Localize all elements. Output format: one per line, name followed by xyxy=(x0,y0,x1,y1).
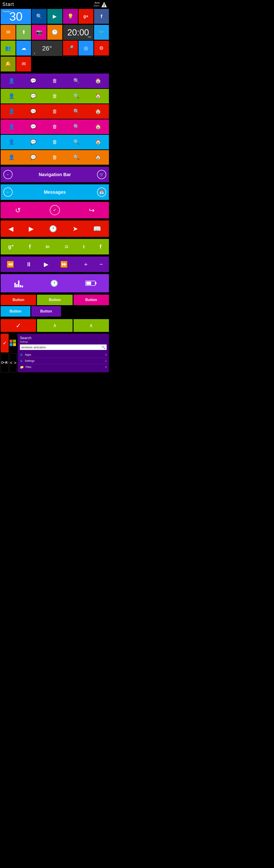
apps-label: Apps xyxy=(25,353,103,356)
pause-icon: ⏸ xyxy=(26,261,32,268)
tile-search[interactable]: 🔍 xyxy=(32,9,47,24)
files-label: Files xyxy=(26,366,103,369)
files-count: 0 xyxy=(105,366,106,368)
button-red[interactable]: Button xyxy=(1,294,36,305)
tile-grid: Tuesday 30 🔍 ▶ 💡 g+ f ✉ ⬆ 📷 🕐 20:00 PM 🐦… xyxy=(0,8,110,72)
apps-count: 0 xyxy=(105,353,106,356)
icon-tile-arrows[interactable]: < > xyxy=(9,353,17,373)
search-result-settings: ⚙ Settings 1 xyxy=(20,358,106,364)
trash-icon-purple: 🗑 xyxy=(44,78,66,84)
apps-icon: 🖥 xyxy=(20,353,23,356)
top-bar: Start Amit Jaipur xyxy=(0,0,110,8)
button-lime[interactable]: Button xyxy=(37,294,72,305)
book-icon: 📖 xyxy=(93,225,101,232)
check-circle-button[interactable]: ✓ xyxy=(50,205,60,215)
user-icon-purple: 👤 xyxy=(1,78,22,84)
icon-bar-purple: 👤 💬 🗑 🔍 🏠 xyxy=(1,73,109,88)
tile-temp[interactable]: 26° ☀ xyxy=(32,41,62,56)
play-icon: ▶ xyxy=(53,13,57,20)
tile-play[interactable]: ▶ xyxy=(47,9,62,24)
tile-people[interactable]: 👥 xyxy=(1,41,16,56)
time-icon: 🕐 xyxy=(49,225,57,232)
settings-label: Settings xyxy=(25,359,103,363)
tile-msg[interactable]: ✉ xyxy=(1,25,16,40)
search-result-apps: 🖥 Apps 0 xyxy=(20,352,106,358)
check-icon: ✓ xyxy=(53,208,56,213)
search-icon-red: 🔍 xyxy=(65,108,87,115)
chat-icon-lime: 💬 xyxy=(22,93,44,99)
icon-bar-cyan: 👤 💬 🗑 🔍 🏠 xyxy=(1,135,109,149)
search-icon: 🔍 xyxy=(36,13,42,20)
search-input-row[interactable]: windows actication 🔍 xyxy=(20,344,106,350)
social-bar: g⁺ f in ⊃ t f xyxy=(1,239,109,254)
icon-tile-windows[interactable] xyxy=(9,334,17,352)
tile-bell[interactable]: 🔔 xyxy=(1,57,16,71)
windows-logo-icon xyxy=(9,340,17,346)
icon-tile-camera3d[interactable]: ⟳👁 xyxy=(1,353,9,373)
send-icon: ➤ xyxy=(72,225,78,232)
nav-calendar-button[interactable]: 📅 xyxy=(97,188,106,197)
tile-email[interactable]: ✉ xyxy=(16,57,31,71)
tile-clock[interactable]: 🕐 xyxy=(47,25,62,40)
tile-calendar[interactable]: Tuesday 30 xyxy=(1,9,31,24)
icon-bar-orange: 👤 💬 🗑 🔍 🏠 xyxy=(1,150,109,165)
check-tile-lime2[interactable]: ∧ xyxy=(73,319,109,332)
tile-bulb[interactable]: 💡 xyxy=(63,9,78,24)
player-bar: ⏪ ⏸ ▶ ⏩ + − xyxy=(1,256,109,272)
facebook-social-icon: f xyxy=(29,244,31,250)
app-title: Start xyxy=(2,1,14,7)
user-logo-icon xyxy=(101,1,107,8)
rewind-icon: ⏪ xyxy=(7,261,14,268)
svg-point-2 xyxy=(104,6,104,7)
icon-bar-pink: 👤 💬 🗑 🔍 🏠 xyxy=(1,120,109,134)
tile-gplus[interactable]: g+ xyxy=(79,9,93,24)
chat-icon-pink: 💬 xyxy=(22,124,44,130)
home-icon-lime: 🏠 xyxy=(87,93,109,99)
tile-weather[interactable]: ☁ xyxy=(16,41,31,56)
tile-twitter[interactable]: 🐦 xyxy=(94,25,109,40)
user-info: Amit Jaipur xyxy=(93,1,107,8)
sun-icon: ☀ xyxy=(34,52,35,55)
tile-time[interactable]: 20:00 PM xyxy=(63,25,93,40)
svg-rect-6 xyxy=(13,343,16,346)
tile-upload[interactable]: ⬆ xyxy=(16,25,31,40)
tile-settings[interactable]: ⚙ xyxy=(94,41,109,56)
checkmark-icon2: ✓ xyxy=(3,340,7,346)
button-purple[interactable]: Button xyxy=(31,306,61,317)
button-cyan[interactable]: Button xyxy=(1,306,30,317)
bulb-icon: 💡 xyxy=(67,13,73,20)
tile-facebook[interactable]: f xyxy=(94,9,109,24)
mic-icon: 🎤 xyxy=(67,45,73,51)
nav-back-button-purple[interactable]: ← xyxy=(3,170,12,179)
nav-bar-title: Navigation Bar xyxy=(12,172,97,177)
check-tile-red2[interactable]: ✓ xyxy=(1,334,9,352)
search-panel: Search Settings windows actication 🔍 🖥 A… xyxy=(18,334,109,372)
refresh-icon: ↺ xyxy=(15,206,21,214)
search-input-icon: 🔍 xyxy=(101,345,105,349)
search-input[interactable]: windows actication xyxy=(21,346,101,349)
user-icon-pink: 👤 xyxy=(1,124,22,130)
button-pink[interactable]: Button xyxy=(73,294,109,305)
camera3d-icon: ⟳👁 xyxy=(1,360,8,365)
nav-bar-messages: ← Messages 📅 xyxy=(1,184,109,200)
icon-tiles-col2: < > xyxy=(9,334,17,372)
files-search-icon: 📁 xyxy=(20,365,24,369)
svg-rect-5 xyxy=(9,343,12,346)
share-icon: ↪ xyxy=(89,206,94,214)
nav-back-button-cyan[interactable]: ← xyxy=(3,188,12,197)
chat-icon-purple: 💬 xyxy=(22,78,44,84)
nav-cart-button[interactable]: 🛒 xyxy=(97,170,106,179)
tile-camera[interactable]: 📷 xyxy=(32,25,47,40)
check-tile-lime1[interactable]: ∧ xyxy=(37,319,72,332)
user-city: Jaipur xyxy=(93,4,99,7)
tile-mic[interactable]: 🎤 xyxy=(63,41,78,56)
check-tile-red[interactable]: ✓ xyxy=(1,319,36,332)
email-icon: ✉ xyxy=(22,61,26,67)
icon-tiles-col: ✓ ⟳👁 xyxy=(1,334,9,372)
message-icon: ✉ xyxy=(6,29,10,35)
trash-icon-red: 🗑 xyxy=(44,108,66,115)
action-bar-pink: ↺ ✓ ↪ xyxy=(1,202,109,218)
people-icon: 👥 xyxy=(5,45,11,51)
settings-icon: ⚙ xyxy=(99,45,104,51)
tile-target[interactable]: ◎ xyxy=(79,41,93,56)
